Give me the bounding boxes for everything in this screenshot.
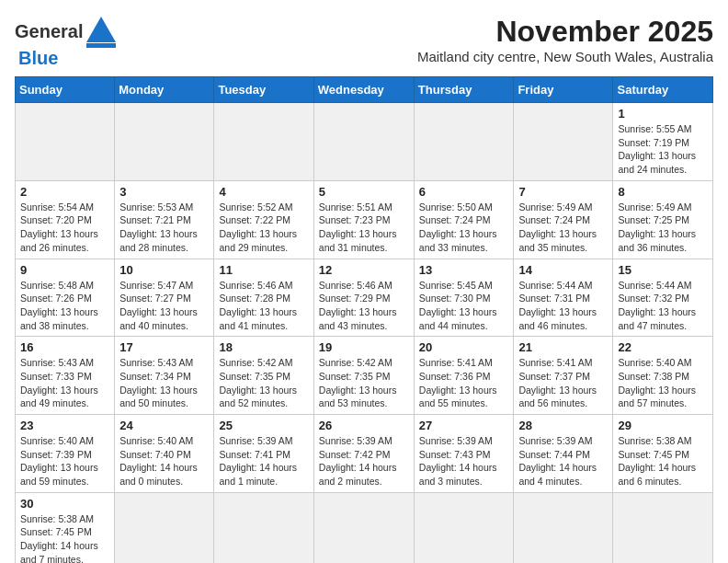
day-number: 6	[419, 185, 509, 199]
page-container: General Blue November 2025 Maitland city…	[15, 15, 713, 563]
calendar-day: 21Sunrise: 5:41 AMSunset: 7:37 PMDayligh…	[514, 337, 613, 415]
calendar-day: 15Sunrise: 5:44 AMSunset: 7:32 PMDayligh…	[613, 259, 713, 337]
day-number: 15	[618, 263, 708, 277]
day-detail: Sunrise: 5:41 AMSunset: 7:36 PMDaylight:…	[419, 356, 509, 410]
day-detail: Sunrise: 5:39 AMSunset: 7:44 PMDaylight:…	[518, 434, 608, 488]
day-number: 9	[20, 263, 109, 277]
calendar-day: 23Sunrise: 5:40 AMSunset: 7:39 PMDayligh…	[16, 415, 115, 493]
calendar-day	[313, 103, 414, 181]
day-number: 11	[219, 263, 308, 277]
calendar-week-row: 23Sunrise: 5:40 AMSunset: 7:39 PMDayligh…	[16, 415, 713, 493]
day-detail: Sunrise: 5:51 AMSunset: 7:23 PMDaylight:…	[319, 201, 409, 255]
calendar-week-row: 30Sunrise: 5:38 AMSunset: 7:45 PMDayligh…	[16, 492, 713, 563]
calendar-day: 7Sunrise: 5:49 AMSunset: 7:24 PMDaylight…	[514, 180, 613, 259]
calendar-day: 20Sunrise: 5:41 AMSunset: 7:36 PMDayligh…	[414, 337, 514, 415]
day-detail: Sunrise: 5:49 AMSunset: 7:25 PMDaylight:…	[618, 201, 708, 255]
day-detail: Sunrise: 5:39 AMSunset: 7:43 PMDaylight:…	[419, 434, 509, 488]
day-number: 24	[119, 419, 209, 432]
day-number: 17	[119, 340, 209, 354]
calendar-day: 28Sunrise: 5:39 AMSunset: 7:44 PMDayligh…	[514, 415, 613, 493]
day-number: 7	[518, 185, 608, 199]
day-number: 21	[518, 340, 608, 354]
calendar-day: 19Sunrise: 5:42 AMSunset: 7:35 PMDayligh…	[313, 337, 414, 415]
day-number: 2	[20, 185, 109, 199]
calendar-day: 8Sunrise: 5:49 AMSunset: 7:25 PMDaylight…	[613, 180, 713, 259]
day-number: 1	[618, 107, 708, 121]
day-number: 26	[319, 419, 409, 432]
calendar-day: 10Sunrise: 5:47 AMSunset: 7:27 PMDayligh…	[115, 259, 214, 337]
day-number: 18	[219, 340, 308, 354]
day-detail: Sunrise: 5:46 AMSunset: 7:29 PMDaylight:…	[319, 279, 409, 333]
header-wednesday: Wednesday	[313, 77, 414, 103]
day-number: 23	[20, 419, 109, 432]
day-number: 12	[319, 263, 409, 277]
day-number: 10	[119, 263, 209, 277]
calendar-day: 11Sunrise: 5:46 AMSunset: 7:28 PMDayligh…	[214, 259, 313, 337]
day-detail: Sunrise: 5:55 AMSunset: 7:19 PMDaylight:…	[618, 122, 708, 177]
day-detail: Sunrise: 5:47 AMSunset: 7:27 PMDaylight:…	[119, 279, 209, 333]
calendar-day: 1Sunrise: 5:55 AMSunset: 7:19 PMDaylight…	[613, 103, 713, 181]
calendar-day	[414, 492, 514, 563]
day-detail: Sunrise: 5:39 AMSunset: 7:42 PMDaylight:…	[319, 434, 409, 488]
day-detail: Sunrise: 5:40 AMSunset: 7:39 PMDaylight:…	[20, 434, 109, 488]
calendar-day	[414, 103, 514, 181]
month-title: November 2025	[417, 15, 713, 49]
calendar-day: 4Sunrise: 5:52 AMSunset: 7:22 PMDaylight…	[214, 180, 313, 259]
calendar-day: 22Sunrise: 5:40 AMSunset: 7:38 PMDayligh…	[613, 337, 713, 415]
location: Maitland city centre, New South Wales, A…	[417, 49, 713, 64]
calendar-day: 30Sunrise: 5:38 AMSunset: 7:45 PMDayligh…	[16, 492, 115, 563]
calendar-day: 25Sunrise: 5:39 AMSunset: 7:41 PMDayligh…	[214, 415, 313, 493]
day-number: 28	[518, 419, 608, 432]
header-monday: Monday	[115, 77, 214, 103]
svg-rect-1	[86, 43, 116, 48]
day-number: 3	[119, 185, 209, 199]
day-detail: Sunrise: 5:43 AMSunset: 7:33 PMDaylight:…	[20, 356, 109, 410]
calendar-day: 29Sunrise: 5:38 AMSunset: 7:45 PMDayligh…	[613, 415, 713, 493]
day-detail: Sunrise: 5:40 AMSunset: 7:38 PMDaylight:…	[618, 356, 708, 410]
logo-blue: Blue	[18, 48, 58, 68]
calendar-day: 24Sunrise: 5:40 AMSunset: 7:40 PMDayligh…	[115, 415, 214, 493]
calendar-day: 5Sunrise: 5:51 AMSunset: 7:23 PMDaylight…	[313, 180, 414, 259]
header-thursday: Thursday	[414, 77, 514, 103]
day-detail: Sunrise: 5:42 AMSunset: 7:35 PMDaylight:…	[219, 356, 308, 410]
calendar-day: 2Sunrise: 5:54 AMSunset: 7:20 PMDaylight…	[16, 180, 115, 259]
header-sunday: Sunday	[16, 77, 115, 103]
calendar-day: 27Sunrise: 5:39 AMSunset: 7:43 PMDayligh…	[414, 415, 514, 493]
day-number: 5	[319, 185, 409, 199]
calendar-day: 3Sunrise: 5:53 AMSunset: 7:21 PMDaylight…	[115, 180, 214, 259]
calendar-day: 18Sunrise: 5:42 AMSunset: 7:35 PMDayligh…	[214, 337, 313, 415]
calendar-day	[214, 103, 313, 181]
calendar-day	[613, 492, 713, 563]
calendar-day	[214, 492, 313, 563]
header: General Blue November 2025 Maitland city…	[15, 15, 713, 69]
day-number: 20	[419, 340, 509, 354]
calendar-day: 14Sunrise: 5:44 AMSunset: 7:31 PMDayligh…	[514, 259, 613, 337]
header-saturday: Saturday	[613, 77, 713, 103]
title-block: November 2025 Maitland city centre, New …	[417, 15, 713, 64]
weekday-header-row: Sunday Monday Tuesday Wednesday Thursday…	[16, 77, 713, 103]
calendar-day: 12Sunrise: 5:46 AMSunset: 7:29 PMDayligh…	[313, 259, 414, 337]
calendar-day	[16, 103, 115, 181]
logo: General Blue	[15, 15, 118, 69]
calendar-day: 9Sunrise: 5:48 AMSunset: 7:26 PMDaylight…	[16, 259, 115, 337]
day-detail: Sunrise: 5:46 AMSunset: 7:28 PMDaylight:…	[219, 279, 308, 333]
calendar-day: 6Sunrise: 5:50 AMSunset: 7:24 PMDaylight…	[414, 180, 514, 259]
calendar-day: 26Sunrise: 5:39 AMSunset: 7:42 PMDayligh…	[313, 415, 414, 493]
calendar-day	[514, 103, 613, 181]
calendar-day	[115, 492, 214, 563]
day-number: 22	[618, 340, 708, 354]
header-tuesday: Tuesday	[214, 77, 313, 103]
calendar-week-row: 2Sunrise: 5:54 AMSunset: 7:20 PMDaylight…	[16, 180, 713, 259]
day-detail: Sunrise: 5:44 AMSunset: 7:32 PMDaylight:…	[618, 279, 708, 333]
day-number: 30	[20, 497, 109, 511]
day-number: 4	[219, 185, 308, 199]
day-number: 8	[618, 185, 708, 199]
calendar-day	[115, 103, 214, 181]
day-detail: Sunrise: 5:39 AMSunset: 7:41 PMDaylight:…	[219, 434, 308, 488]
calendar-day: 16Sunrise: 5:43 AMSunset: 7:33 PMDayligh…	[16, 337, 115, 415]
day-number: 27	[419, 419, 509, 432]
day-number: 29	[618, 419, 708, 432]
day-detail: Sunrise: 5:54 AMSunset: 7:20 PMDaylight:…	[20, 201, 109, 255]
calendar-day	[313, 492, 414, 563]
day-number: 13	[419, 263, 509, 277]
